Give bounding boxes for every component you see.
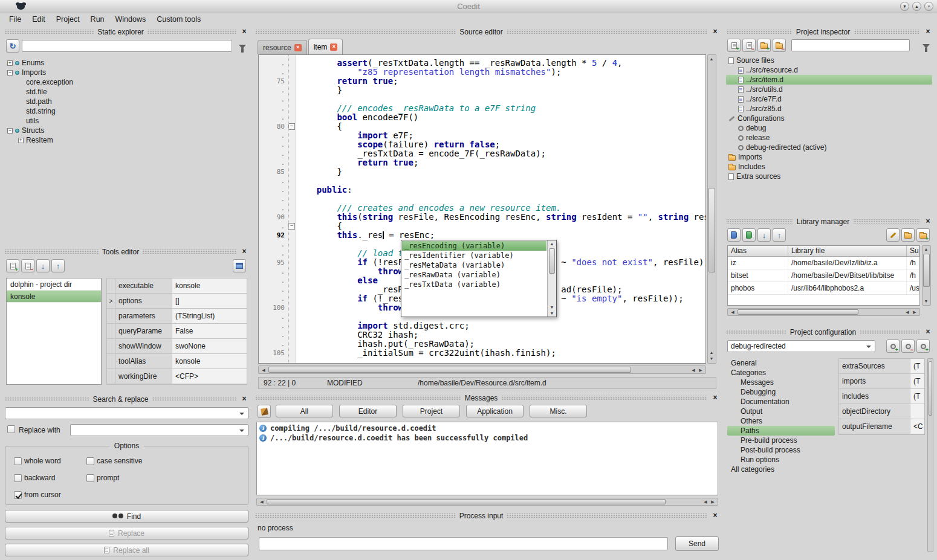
filter-application[interactable]: Application	[466, 405, 524, 417]
inspector-filter-input[interactable]	[791, 39, 910, 51]
fold-marker[interactable]	[288, 123, 296, 130]
remove-library-button[interactable]	[742, 228, 756, 242]
search-term-combo[interactable]	[5, 407, 248, 419]
add-library-folder-button[interactable]: +	[916, 228, 930, 242]
filter-button[interactable]	[239, 42, 246, 51]
scroll-left-icon[interactable]: ◀	[690, 367, 697, 373]
expander-icon[interactable]: −	[7, 70, 13, 76]
option-whole-word[interactable]: whole word	[14, 456, 86, 466]
move-library-down-button[interactable]: ↓	[757, 228, 771, 242]
code-line[interactable]: }	[296, 167, 705, 176]
configuration-combo[interactable]: debug-redirected	[727, 340, 875, 352]
symbol-search-input[interactable]	[22, 40, 232, 52]
tree-item[interactable]: std.path	[4, 97, 250, 106]
message-row[interactable]: icompiling /.../build/resource.d.coedit	[257, 423, 718, 433]
find-button[interactable]: Find	[5, 510, 248, 523]
tree-item[interactable]: utils	[4, 116, 250, 126]
checkbox[interactable]	[14, 474, 22, 482]
property-row[interactable]: objectDirectory	[839, 404, 924, 419]
column-header[interactable]: Alias	[728, 246, 788, 256]
remove-folder-button[interactable]: −	[773, 39, 786, 52]
expander-icon[interactable]: +	[7, 60, 13, 66]
tab-close-icon[interactable]: ×	[330, 43, 337, 51]
property-value[interactable]: (TStringList)	[172, 309, 247, 323]
tree-item[interactable]: Configurations	[726, 114, 932, 123]
column-header[interactable]: Su	[907, 246, 919, 256]
property-row[interactable]: toolAliaskonsole	[107, 354, 247, 369]
tree-item[interactable]: ../src/resource.d	[726, 65, 932, 75]
scroll-up-icon[interactable]: ▲	[708, 56, 715, 62]
property-value[interactable]: konsole	[172, 278, 247, 293]
column-header[interactable]: Library file	[788, 246, 907, 256]
close-panel-icon[interactable]: ×	[240, 248, 248, 256]
property-row[interactable]: includes(T	[839, 389, 924, 404]
category-item[interactable]: All categories	[727, 465, 835, 474]
code-line[interactable]: assert(_resTxtData.length == _resRawData…	[296, 59, 705, 68]
code-line[interactable]: /// creates and encodes a new resource i…	[296, 204, 705, 213]
library-vertical-scrollbar[interactable]: ▲ ▼	[922, 245, 931, 306]
code-line[interactable]: ihash.put(_resRawData);	[296, 340, 705, 349]
code-line[interactable]: _initialSum = crc322uint(ihash.finish);	[296, 349, 705, 358]
menu-custom-tools[interactable]: Custom tools	[151, 14, 206, 25]
tree-item[interactable]: std.file	[4, 87, 250, 97]
code-line[interactable]: bool encodee7F()	[296, 113, 705, 122]
process-input-field[interactable]	[259, 537, 668, 550]
tree-item[interactable]: +Enums	[4, 58, 250, 68]
tab-close-icon[interactable]: ×	[294, 44, 302, 51]
option-prompt[interactable]: prompt	[86, 473, 248, 483]
filter-misc[interactable]: Misc.	[530, 405, 587, 417]
filter-button[interactable]	[922, 42, 930, 50]
add-folder-button[interactable]: +	[757, 39, 771, 52]
tree-item[interactable]: −Imports	[4, 68, 250, 77]
property-row[interactable]: workingDire<CFP>	[107, 369, 247, 384]
category-item[interactable]: Paths	[727, 426, 835, 436]
property-row[interactable]: executablekonsole	[107, 278, 247, 294]
close-panel-icon[interactable]: ×	[924, 328, 932, 336]
scrollbar-thumb[interactable]	[923, 254, 930, 287]
scroll-down-icon[interactable]: ▼	[708, 356, 715, 362]
expander-icon[interactable]: +	[18, 138, 24, 143]
tree-item[interactable]: std.string	[4, 106, 250, 116]
scroll-up-icon[interactable]: ▲	[548, 242, 556, 246]
tree-item[interactable]: Extra sources	[726, 172, 932, 181]
scroll-left-icon[interactable]: ◀	[260, 367, 267, 373]
scrollbar-thumb[interactable]	[738, 309, 858, 315]
add-source-button[interactable]: +	[727, 39, 741, 52]
checkbox[interactable]	[14, 491, 22, 499]
remove-configuration-button[interactable]: −	[901, 340, 915, 353]
code-editor[interactable]: ..75....80....85....90.92..95....100....…	[258, 54, 706, 364]
property-value[interactable]: <CFP>	[172, 369, 247, 384]
code-line[interactable]: "z85 representation length mismatches");	[296, 68, 705, 77]
menu-edit[interactable]: Edit	[27, 14, 51, 25]
scroll-down-icon[interactable]: ▼	[548, 311, 556, 315]
filter-all[interactable]: All	[276, 405, 333, 417]
tree-item[interactable]: core.exception	[4, 77, 250, 87]
property-row[interactable]: extraSources(T	[839, 359, 924, 374]
property-value[interactable]: False	[172, 324, 247, 338]
refresh-button[interactable]: ↻	[6, 39, 19, 53]
close-panel-icon[interactable]: ×	[240, 28, 248, 36]
tree-item[interactable]: +ResItem	[4, 135, 250, 145]
category-item[interactable]: Documentation	[727, 397, 835, 407]
option-from-cursor[interactable]: from cursor	[14, 490, 86, 500]
code-line[interactable]: return true;	[296, 77, 705, 86]
tool-list-item[interactable]: konsole	[7, 291, 101, 303]
close-panel-icon[interactable]: ×	[924, 217, 932, 226]
tree-item[interactable]: Imports	[726, 152, 932, 162]
replace-button[interactable]: Replace	[5, 527, 248, 539]
code-line[interactable]: import std.digest.crc;	[296, 321, 705, 330]
move-tool-down-button[interactable]: ↓	[36, 259, 50, 272]
tab-item[interactable]: item×	[308, 39, 343, 54]
completion-item[interactable]: _resEncoding (variable)	[402, 241, 546, 251]
property-value[interactable]	[910, 404, 924, 419]
property-value[interactable]: (T	[910, 374, 924, 388]
filter-editor[interactable]: Editor	[339, 405, 397, 417]
close-window-icon[interactable]: ×	[924, 2, 933, 11]
remove-source-button[interactable]: −	[742, 39, 756, 52]
completion-item[interactable]: _resIdentifier (variable)	[402, 251, 546, 260]
editor-horizontal-scrollbar[interactable]: ◀ ◀ ▶	[258, 365, 706, 374]
category-item[interactable]: Run options	[727, 455, 835, 465]
completion-item[interactable]: _resRawData (variable)	[402, 270, 546, 280]
shade-window-icon[interactable]: ▾	[900, 2, 909, 11]
code-line[interactable]	[296, 95, 705, 104]
